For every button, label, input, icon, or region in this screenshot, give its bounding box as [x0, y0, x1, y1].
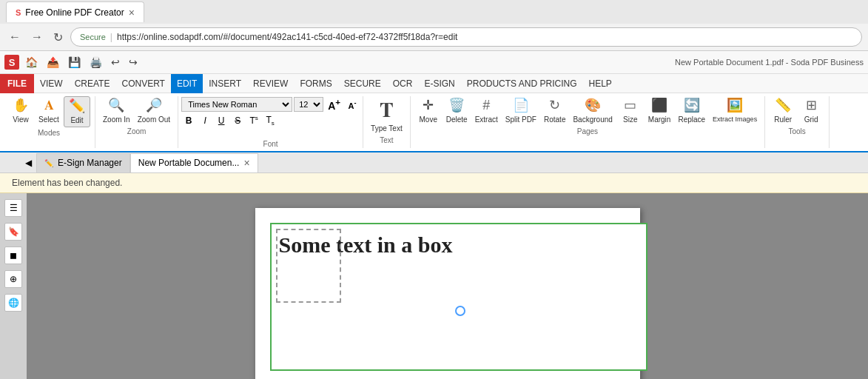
hand-icon: ✋: [13, 98, 29, 114]
background-button[interactable]: 🎨 Background: [570, 96, 615, 126]
move-label: Move: [419, 115, 437, 124]
doc-tab[interactable]: New Portable Documen... ×: [130, 153, 258, 172]
tabs-scroll-arrow[interactable]: ◀: [21, 156, 36, 170]
edit-icon: ✏️: [69, 98, 85, 115]
undo-button[interactable]: ↩: [108, 55, 123, 70]
italic-button[interactable]: I: [198, 115, 212, 127]
sidebar-thumbnail-icon[interactable]: ◼: [4, 246, 22, 264]
grid-icon: ⊞: [806, 98, 817, 114]
grid-button[interactable]: ⊞ Grid: [798, 96, 824, 126]
save-button[interactable]: 💾: [65, 55, 84, 70]
edit-button[interactable]: ✏️ Edit: [64, 96, 90, 127]
browser-tab[interactable]: S Free Online PDF Creator ×: [6, 1, 144, 22]
create-menu[interactable]: CREATE: [69, 74, 116, 93]
rotate-icon: ↻: [549, 98, 560, 114]
home-button[interactable]: 🏠: [22, 55, 41, 70]
ocr-menu[interactable]: OCR: [387, 74, 419, 93]
text-box-content: Some text in a box: [272, 224, 646, 265]
background-label: Background: [573, 115, 612, 124]
esign-tab-label: E-Sign Manager: [58, 158, 122, 168]
url-text: https://online.sodapdf.com/#/document/49…: [117, 32, 457, 42]
address-bar[interactable]: Secure | https://online.sodapdf.com/#/do…: [70, 27, 862, 47]
size-button[interactable]: ▭ Size: [617, 96, 644, 126]
rotate-button[interactable]: ↻ Rotate: [541, 96, 568, 126]
extract-images-label: Extract Images: [713, 115, 757, 124]
help-menu[interactable]: HELP: [582, 74, 617, 93]
move-icon: ✛: [423, 98, 434, 114]
redo-button[interactable]: ↪: [126, 55, 141, 70]
secure-menu[interactable]: SECURE: [338, 74, 387, 93]
text-group: 𝐓 Type Text Text: [363, 96, 411, 148]
tab-title: Free Online PDF Creator: [25, 7, 124, 18]
subscript-button[interactable]: Ts: [263, 114, 277, 127]
delete-icon: 🗑️: [448, 98, 465, 114]
underline-button[interactable]: U: [214, 115, 229, 127]
font-shrink-button[interactable]: A-: [345, 98, 360, 111]
type-text-label: Type Text: [371, 124, 403, 133]
margin-icon: ⬛: [651, 98, 667, 114]
products-menu[interactable]: PRODUCTS AND PRICING: [461, 74, 583, 93]
tab-logo: S: [16, 8, 21, 17]
delete-button[interactable]: 🗑️ Delete: [443, 96, 471, 126]
esign-menu[interactable]: E-SIGN: [418, 74, 460, 93]
convert-menu[interactable]: CONVERT: [115, 74, 170, 93]
refresh-button[interactable]: ↻: [50, 29, 66, 46]
insert-menu[interactable]: INSERT: [203, 74, 247, 93]
split-label: Split PDF: [505, 115, 536, 124]
extract-button[interactable]: # Extract: [472, 96, 501, 126]
zoom-in-button[interactable]: 🔍 Zoom In: [100, 96, 133, 126]
font-grow-button[interactable]: A+: [325, 96, 343, 113]
edit-label: Edit: [70, 116, 83, 125]
forms-menu[interactable]: FORMS: [294, 74, 337, 93]
replace-label: Replace: [678, 115, 705, 124]
rotate-label: Rotate: [544, 115, 565, 124]
sidebar-bookmark-icon[interactable]: 🔖: [4, 223, 22, 241]
notification-bar: Element has been changed.: [0, 173, 868, 193]
print-button[interactable]: 🖨️: [87, 55, 105, 70]
type-text-button[interactable]: 𝐓 Type Text: [368, 96, 406, 135]
sidebar-add-icon[interactable]: ⊕: [4, 270, 22, 288]
replace-button[interactable]: 🔄 Replace: [675, 96, 708, 126]
move-button[interactable]: ✛ Move: [415, 96, 442, 126]
grid-label: Grid: [804, 115, 818, 124]
text-box[interactable]: Some text in a box: [270, 223, 647, 371]
view-label: View: [13, 115, 29, 124]
view-button[interactable]: ✋ View: [7, 96, 34, 126]
type-text-icon: 𝐓: [380, 98, 394, 123]
split-pdf-button[interactable]: 📄 Split PDF: [502, 96, 539, 126]
esign-manager-tab[interactable]: ✏️ E-Sign Manager: [36, 153, 130, 172]
review-menu[interactable]: REVIEW: [247, 74, 294, 93]
file-menu[interactable]: FILE: [0, 74, 34, 93]
superscript-button[interactable]: Ts: [246, 114, 261, 127]
zoom-group: 🔍 Zoom In 🔎 Zoom Out Zoom: [95, 96, 178, 148]
doc-tab-close-btn[interactable]: ×: [243, 157, 249, 169]
doc-page: Some text in a box: [255, 208, 640, 379]
edit-menu[interactable]: EDIT: [171, 74, 203, 93]
font-label: Font: [181, 140, 360, 148]
tab-close-btn[interactable]: ×: [129, 7, 135, 19]
view-menu[interactable]: VIEW: [34, 74, 69, 93]
forward-button[interactable]: →: [28, 29, 46, 45]
split-icon: 📄: [513, 98, 529, 114]
bold-button[interactable]: B: [181, 115, 196, 127]
zoom-out-button[interactable]: 🔎 Zoom Out: [135, 96, 173, 126]
zoom-out-label: Zoom Out: [138, 115, 170, 124]
margin-button[interactable]: ⬛ Margin: [645, 96, 674, 126]
app-title: New Portable Document 1.pdf - Soda PDF B…: [675, 58, 864, 67]
zoom-label: Zoom: [127, 127, 147, 135]
app-logo: S: [4, 55, 19, 70]
ruler-button[interactable]: 📏 Ruler: [770, 96, 796, 126]
font-size-select[interactable]: 12: [294, 97, 323, 112]
extract-images-button[interactable]: 🖼️ Extract Images: [710, 96, 760, 124]
upload-button[interactable]: 📤: [44, 55, 62, 70]
back-button[interactable]: ←: [6, 29, 24, 45]
esign-icon: ✏️: [44, 159, 53, 167]
sidebar-nav-icon[interactable]: ☰: [4, 199, 22, 217]
sidebar-web-icon[interactable]: 🌐: [4, 294, 22, 312]
select-button[interactable]: 𝐀 Select: [36, 96, 62, 126]
notification-message: Element has been changed.: [12, 178, 122, 188]
doc-tabs: ◀ ✏️ E-Sign Manager New Portable Documen…: [0, 152, 868, 173]
strikethrough-button[interactable]: S: [230, 115, 245, 127]
font-family-select[interactable]: Times New Roman: [181, 97, 292, 112]
extract-label: Extract: [475, 115, 498, 124]
